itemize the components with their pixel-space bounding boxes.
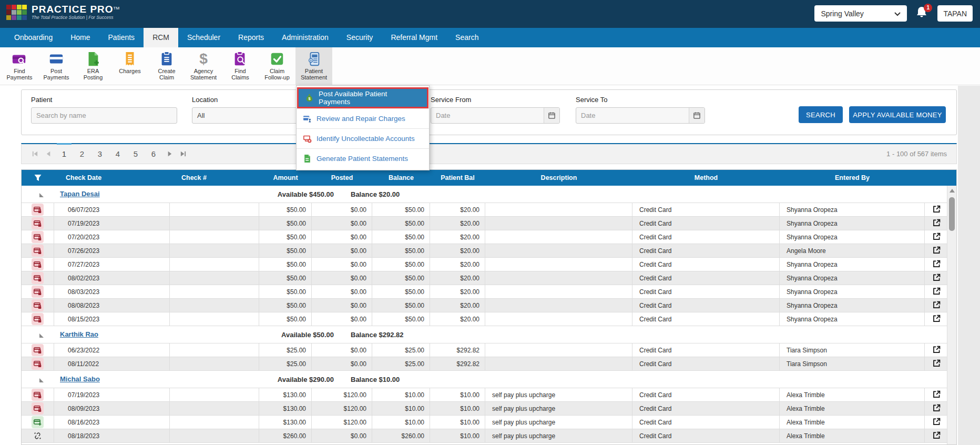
menu-item-identify-uncollectable-accounts[interactable]: Identify Uncollectable Accounts — [297, 128, 429, 148]
card-locked-icon — [32, 272, 44, 284]
card-locked-icon — [32, 258, 44, 270]
scroll-thumb[interactable] — [949, 197, 955, 231]
toolbar-item-find-claims[interactable]: FindClaims — [222, 47, 259, 85]
col-header-posted[interactable]: Posted — [312, 170, 372, 186]
nav-item-search[interactable]: Search — [446, 28, 487, 47]
open-payment-button[interactable] — [925, 416, 948, 429]
service-from-date-input[interactable]: Date — [431, 107, 560, 124]
card-locked-icon — [32, 286, 44, 298]
open-payment-button[interactable] — [925, 429, 948, 442]
patient-search-input[interactable] — [31, 107, 177, 124]
cell-method: Credit Card — [632, 285, 780, 298]
top-bar: Practice ProTM The Total Practice Soluti… — [0, 0, 980, 28]
nav-item-patients[interactable]: Patients — [99, 28, 144, 47]
nav-item-reports[interactable]: Reports — [229, 28, 273, 47]
toolbar-item-label: FindClaims — [231, 68, 249, 80]
service-to-date-input[interactable]: Date — [576, 107, 705, 124]
cell-method: Credit Card — [632, 416, 780, 429]
group-collapse-icon[interactable] — [39, 193, 44, 197]
toolbar-item-agency-statement[interactable]: $AgencyStatement — [185, 47, 222, 85]
table-row: 07/19/2023$50.00$0.00$50.00$20.00Credit … — [22, 217, 948, 230]
open-payment-button[interactable] — [925, 244, 948, 257]
patient-name-link[interactable]: Tapan Desai — [60, 190, 100, 198]
pagination-first-button[interactable] — [28, 144, 42, 164]
open-payment-button[interactable] — [925, 203, 948, 216]
cell-status — [22, 357, 54, 370]
group-collapse-icon[interactable] — [39, 333, 44, 338]
open-payment-button[interactable] — [925, 271, 948, 285]
calendar-icon[interactable] — [544, 108, 559, 123]
open-payment-button[interactable] — [925, 343, 948, 357]
open-payment-button[interactable] — [925, 312, 948, 326]
search-button[interactable]: SEARCH — [799, 106, 843, 123]
open-payment-button[interactable] — [925, 285, 948, 298]
col-header-check[interactable]: Check # — [170, 170, 259, 186]
nav-item-rcm[interactable]: RCM — [144, 28, 178, 47]
calendar-icon[interactable] — [689, 108, 705, 123]
col-header-balance[interactable]: Balance — [372, 170, 430, 186]
nav-item-home[interactable]: Home — [62, 28, 99, 47]
grid-scrollbar[interactable] — [947, 186, 956, 445]
scroll-up-arrow-icon[interactable] — [950, 189, 955, 193]
open-in-new-icon — [932, 390, 941, 400]
col-header-amount[interactable]: Amount — [259, 170, 312, 186]
col-header-check-date[interactable]: Check Date — [54, 170, 170, 186]
toolbar-item-charges[interactable]: Charges — [111, 47, 148, 85]
nav-item-onboarding[interactable]: Onboarding — [5, 28, 62, 47]
group-collapse-icon[interactable] — [39, 378, 44, 382]
page-button-6[interactable]: 6 — [146, 144, 161, 164]
patient-name-link[interactable]: Michal Sabo — [60, 375, 100, 383]
toolbar-item-claim-follow-up[interactable]: ClaimFollow-up — [259, 47, 295, 85]
toolbar-item-find-payments[interactable]: FindPayments — [1, 47, 38, 85]
table-row: 07/27/2023$50.00$0.00$50.00$20.00Credit … — [22, 258, 948, 271]
table-row: 08/02/2023$50.00$0.00$50.00$20.00Credit … — [22, 271, 948, 285]
page-button-1[interactable]: 1 — [57, 143, 72, 163]
cell-description — [485, 299, 632, 312]
col-header-description[interactable]: Description — [485, 170, 632, 186]
col-header-entered-by[interactable]: Entered By — [780, 170, 925, 186]
cell-posted: $120.00 — [312, 388, 372, 401]
cell-method: Credit Card — [632, 388, 780, 401]
toolbar-item-post-payments[interactable]: PostPayments — [38, 47, 75, 85]
cell-method: Credit Card — [632, 230, 780, 244]
col-header-method[interactable]: Method — [632, 170, 780, 186]
notifications-button[interactable]: 1 — [915, 6, 929, 22]
pagination-last-button[interactable] — [176, 144, 190, 164]
open-payment-button[interactable] — [925, 357, 948, 370]
pagination-next-button[interactable] — [162, 144, 176, 164]
nav-item-administration[interactable]: Administration — [273, 28, 338, 47]
toolbar-item-era-posting[interactable]: ERAPosting — [75, 47, 111, 85]
toolbar-item-create-claim[interactable]: CreateClaim — [148, 47, 185, 85]
patient-name-link[interactable]: Karthik Rao — [60, 330, 98, 338]
menu-item-post-available-patient-payments[interactable]: $Post Available Patient Payments — [297, 87, 428, 108]
page-button-3[interactable]: 3 — [93, 144, 107, 164]
open-payment-button[interactable] — [925, 402, 948, 415]
col-header-patient-bal[interactable]: Patient Bal — [430, 170, 485, 186]
nav-item-security[interactable]: Security — [338, 28, 382, 47]
menu-item-review-and-repair-charges[interactable]: Review and Repair Charges — [297, 108, 429, 128]
open-payment-button[interactable] — [925, 217, 948, 230]
user-menu-button[interactable]: TAPAN — [937, 5, 973, 22]
filter-funnel-icon[interactable] — [34, 174, 42, 182]
card-add-icon — [32, 416, 44, 428]
menu-item-generate-patient-statements[interactable]: Generate Patient Statements — [297, 148, 429, 168]
pagination-prev-button[interactable] — [42, 144, 55, 164]
page-button-2[interactable]: 2 — [75, 144, 89, 164]
toolbar-item-label: ERAPosting — [84, 68, 103, 80]
open-payment-button[interactable] — [925, 299, 948, 312]
nav-item-referral-mgmt[interactable]: Referral Mgmt — [382, 28, 446, 47]
cell-patient-bal: $20.00 — [430, 285, 485, 298]
open-in-new-icon — [932, 359, 941, 369]
toolbar-item-patient-statement[interactable]: PatientStatement — [295, 47, 332, 85]
location-selector[interactable]: Spring Valley — [814, 5, 907, 22]
toolbar-item-label: AgencyStatement — [190, 68, 217, 80]
nav-item-scheduler[interactable]: Scheduler — [178, 28, 229, 47]
open-payment-button[interactable] — [925, 230, 948, 244]
page-button-5[interactable]: 5 — [128, 144, 143, 164]
open-payment-button[interactable] — [925, 258, 948, 271]
apply-available-money-button[interactable]: APPLY AVAILABLE MONEY — [849, 106, 946, 123]
open-payment-button[interactable] — [925, 388, 948, 401]
table-row: 07/20/2023$50.00$0.00$50.00$20.00Credit … — [22, 230, 948, 244]
page-button-4[interactable]: 4 — [110, 144, 125, 164]
cell-amount: $50.00 — [259, 244, 312, 257]
